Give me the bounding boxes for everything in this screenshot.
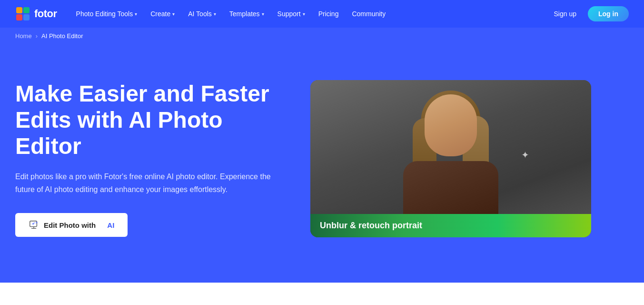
logo[interactable]: fotor <box>15 6 57 21</box>
edit-ai-icon: ✦ <box>29 220 39 230</box>
svg-rect-0 <box>16 7 22 13</box>
fotor-logo-icon <box>15 6 30 21</box>
cta-label-text: Edit Photo with <box>44 221 96 229</box>
nav-auth: Sign up Log in <box>548 6 629 21</box>
cta-ai-text: AI <box>107 221 114 229</box>
nav-links: Photo Editing Tools ▾ Create ▾ AI Tools … <box>70 7 548 20</box>
portrait-head <box>425 94 477 156</box>
chevron-down-icon: ▾ <box>262 11 264 17</box>
nav-templates[interactable]: Templates ▾ <box>224 7 270 20</box>
breadcrumb-home[interactable]: Home <box>15 32 32 40</box>
chevron-down-icon: ▾ <box>214 11 216 17</box>
hero-section: Make Easier and Faster Edits with AI Pho… <box>0 44 644 283</box>
nav-support[interactable]: Support ▾ <box>272 7 311 20</box>
hero-title: Make Easier and Faster Edits with AI Pho… <box>15 81 291 160</box>
hero-image: ✦ Unblur & retouch portrait <box>310 80 591 237</box>
nav-create[interactable]: Create ▾ <box>145 7 180 20</box>
nav-photo-editing-tools[interactable]: Photo Editing Tools ▾ <box>70 7 143 20</box>
login-button[interactable]: Log in <box>588 6 629 21</box>
svg-rect-3 <box>23 14 30 20</box>
svg-text:✦: ✦ <box>36 222 38 224</box>
hero-content: Make Easier and Faster Edits with AI Pho… <box>15 81 310 237</box>
image-banner: Unblur & retouch portrait <box>310 214 591 237</box>
breadcrumb-current: AI Photo Editor <box>41 32 83 40</box>
breadcrumb-separator: › <box>36 32 38 40</box>
chevron-down-icon: ▾ <box>303 11 305 17</box>
nav-ai-tools[interactable]: AI Tools ▾ <box>182 7 222 20</box>
nav-community[interactable]: Community <box>346 7 391 20</box>
breadcrumb: Home › AI Photo Editor <box>0 28 644 44</box>
signup-button[interactable]: Sign up <box>548 7 582 20</box>
edit-photo-cta-button[interactable]: ✦ Edit Photo with AI <box>15 213 128 237</box>
logo-text: fotor <box>34 8 57 20</box>
bottom-section <box>0 283 644 305</box>
ai-sparkle-icon: ✦ <box>521 149 529 161</box>
nav-pricing[interactable]: Pricing <box>313 7 345 20</box>
svg-rect-2 <box>16 14 22 20</box>
svg-rect-1 <box>23 7 30 13</box>
main-nav: fotor Photo Editing Tools ▾ Create ▾ AI … <box>0 0 644 28</box>
hero-description: Edit photos like a pro with Fotor's free… <box>15 171 282 196</box>
chevron-down-icon: ▾ <box>172 11 175 17</box>
chevron-down-icon: ▾ <box>135 11 137 17</box>
